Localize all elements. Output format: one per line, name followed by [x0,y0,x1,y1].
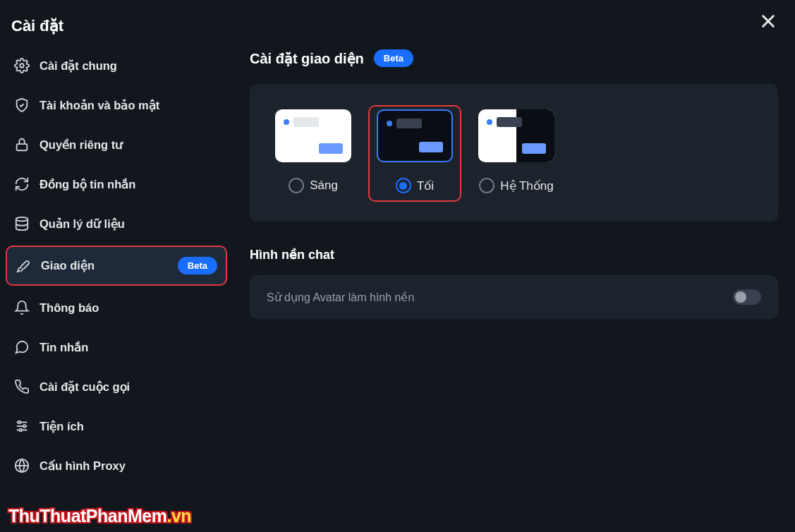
sidebar-item-appearance[interactable]: Giao diện Beta [6,246,227,286]
theme-label: Hệ Thống [500,179,553,193]
database-icon [14,216,30,231]
svg-point-0 [20,64,24,68]
theme-preview-dark [377,109,453,162]
close-button[interactable] [758,11,778,31]
sidebar-item-call[interactable]: Cài đặt cuộc gọi [6,369,227,404]
sidebar-item-label: Quyền riêng tư [40,138,123,152]
sidebar-item-label: Thông báo [40,301,99,315]
sidebar-item-notifications[interactable]: Thông báo [6,290,227,325]
chat-background-title: Hình nền chat [250,247,778,262]
avatar-background-row: Sử dụng Avatar làm hình nền [250,275,778,319]
sidebar-item-label: Quản lý dữ liệu [40,217,125,231]
theme-radio-light[interactable]: Sáng [289,178,338,193]
sidebar-item-label: Tin nhắn [40,341,88,354]
appearance-section-header: Cài đặt giao diện Beta [250,49,778,67]
settings-sidebar: Cài đặt Cài đặt chung Tài khoản và bảo m… [0,0,233,532]
sidebar-item-data[interactable]: Quản lý dữ liệu [6,206,227,241]
sidebar-item-messages[interactable]: Tin nhắn [6,330,227,365]
beta-badge: Beta [178,257,217,274]
sync-icon [14,176,30,192]
avatar-background-label: Sử dụng Avatar làm hình nền [267,291,414,304]
svg-point-2 [16,217,28,222]
watermark-suffix: .vn [166,506,191,526]
sidebar-item-label: Đồng bộ tin nhắn [40,178,135,191]
sidebar-item-privacy[interactable]: Quyền riêng tư [6,127,227,162]
phone-icon [14,379,30,394]
svg-point-7 [23,425,26,428]
sidebar-item-utilities[interactable]: Tiện ích [6,409,227,444]
section-title: Cài đặt giao diện [250,50,364,67]
sidebar-item-label: Tài khoản và bảo mật [40,99,159,112]
shield-icon [14,97,30,113]
theme-label: Tối [417,179,434,193]
chat-icon [14,339,30,355]
svg-point-8 [19,429,22,432]
sidebar-item-general[interactable]: Cài đặt chung [6,48,227,83]
theme-selector-panel: Sáng Tối Hệ Thống [250,84,778,222]
sidebar-item-sync[interactable]: Đồng bộ tin nhắn [6,167,227,202]
theme-option-system[interactable]: Hệ Thống [474,109,559,202]
svg-rect-1 [17,144,28,150]
theme-option-light[interactable]: Sáng [271,109,356,202]
avatar-background-toggle[interactable] [733,289,761,305]
svg-point-6 [18,421,21,424]
watermark: ThuThuatPhanMem.vn [8,506,191,526]
theme-label: Sáng [310,179,338,193]
beta-badge: Beta [374,49,413,67]
sidebar-item-label: Cài đặt chung [40,59,117,73]
sidebar-item-label: Cấu hình Proxy [40,459,126,473]
theme-radio-system[interactable]: Hệ Thống [479,178,553,193]
sliders-icon [14,418,30,434]
gear-icon [14,58,30,73]
sidebar-item-label: Cài đặt cuộc gọi [40,380,130,394]
brush-icon [16,258,31,274]
sidebar-title: Cài đặt [6,17,227,48]
theme-preview-light [275,109,351,162]
bell-icon [14,300,30,315]
main-content: Cài đặt giao diện Beta Sáng Tối [233,0,795,532]
theme-option-dark[interactable]: Tối [368,105,461,202]
sidebar-item-label: Giao diện [41,259,95,272]
sidebar-item-proxy[interactable]: Cấu hình Proxy [6,448,227,483]
watermark-main: ThuThuatPhanMem [8,506,166,526]
lock-icon [14,137,30,152]
theme-preview-system [478,109,554,162]
sidebar-item-label: Tiện ích [40,420,84,433]
sidebar-item-account-security[interactable]: Tài khoản và bảo mật [6,87,227,123]
theme-radio-dark[interactable]: Tối [396,178,434,193]
globe-icon [14,458,30,473]
